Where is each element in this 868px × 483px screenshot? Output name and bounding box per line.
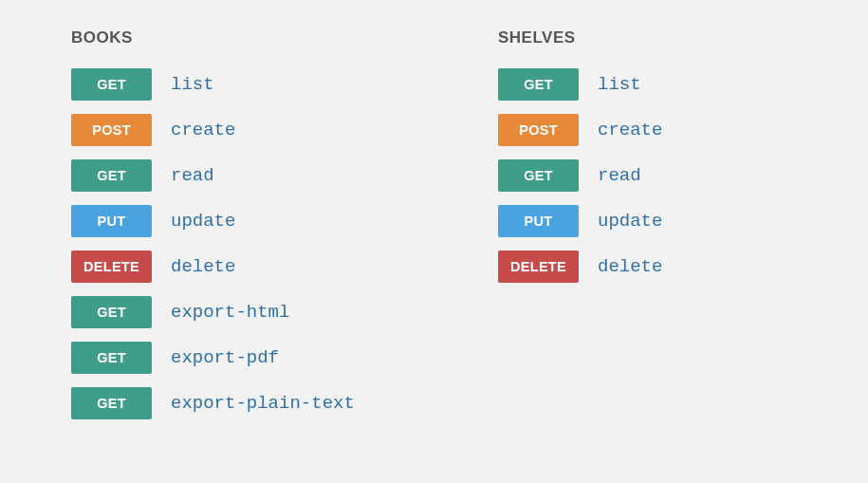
endpoint-link-export-plain-text[interactable]: export-plain-text	[171, 393, 355, 414]
endpoint-link-update[interactable]: update	[598, 211, 662, 232]
endpoint-link-read[interactable]: read	[598, 165, 641, 186]
endpoint-row: GET list	[498, 68, 830, 101]
endpoint-row: GET export-plain-text	[71, 387, 403, 419]
endpoint-link-create[interactable]: create	[598, 120, 662, 140]
method-badge-get: GET	[71, 387, 152, 419]
method-badge-put: PUT	[498, 205, 579, 237]
section-heading-shelves: SHELVES	[498, 28, 830, 47]
endpoint-row: GET export-html	[71, 296, 403, 328]
endpoint-list-books: GET list POST create GET read PUT update…	[71, 68, 403, 419]
method-badge-get: GET	[71, 342, 152, 374]
endpoint-row: POST create	[498, 114, 830, 146]
endpoint-link-list[interactable]: list	[171, 74, 214, 95]
endpoint-row: PUT update	[498, 205, 830, 237]
endpoint-row: GET read	[498, 159, 830, 192]
endpoint-row: PUT update	[71, 205, 403, 237]
endpoint-row: GET read	[71, 159, 403, 192]
method-badge-post: POST	[498, 114, 579, 146]
endpoint-row: GET export-pdf	[71, 342, 403, 374]
endpoint-row: GET list	[71, 68, 403, 101]
method-badge-put: PUT	[71, 205, 152, 237]
section-books: BOOKS GET list POST create GET read PUT …	[71, 28, 403, 419]
api-sections: BOOKS GET list POST create GET read PUT …	[71, 28, 797, 419]
endpoint-link-export-pdf[interactable]: export-pdf	[171, 347, 279, 368]
endpoint-link-delete[interactable]: delete	[171, 256, 235, 277]
endpoint-row: POST create	[71, 114, 403, 146]
endpoint-link-delete[interactable]: delete	[598, 256, 662, 277]
section-heading-books: BOOKS	[71, 28, 403, 47]
section-shelves: SHELVES GET list POST create GET read PU…	[498, 28, 830, 419]
method-badge-get: GET	[71, 159, 152, 192]
method-badge-get: GET	[71, 296, 152, 328]
method-badge-get: GET	[498, 159, 579, 192]
method-badge-post: POST	[71, 114, 152, 146]
method-badge-get: GET	[71, 68, 152, 101]
method-badge-get: GET	[498, 68, 579, 101]
endpoint-list-shelves: GET list POST create GET read PUT update…	[498, 68, 830, 283]
endpoint-link-read[interactable]: read	[171, 165, 214, 186]
endpoint-link-update[interactable]: update	[171, 211, 235, 232]
endpoint-link-create[interactable]: create	[171, 120, 235, 140]
method-badge-delete: DELETE	[71, 251, 152, 283]
endpoint-row: DELETE delete	[498, 251, 830, 283]
method-badge-delete: DELETE	[498, 251, 579, 283]
endpoint-row: DELETE delete	[71, 251, 403, 283]
endpoint-link-export-html[interactable]: export-html	[171, 302, 289, 323]
endpoint-link-list[interactable]: list	[598, 74, 641, 95]
